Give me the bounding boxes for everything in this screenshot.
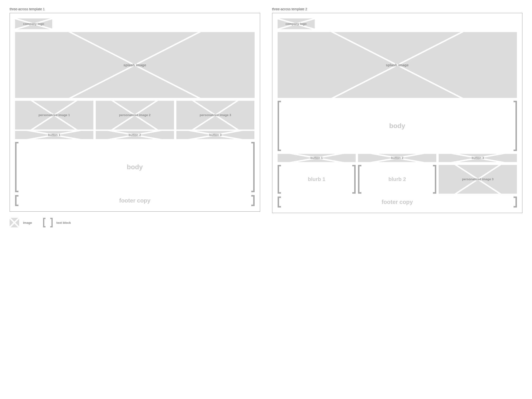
legend-image-label: image bbox=[23, 221, 32, 224]
legend: image text block bbox=[10, 218, 522, 227]
blurb-2-label: blurb 2 bbox=[388, 176, 406, 182]
personalized-image-3-t2: personalized image 3 bbox=[439, 165, 517, 194]
buttons-row-2: button 1 button 2 button 3 bbox=[278, 154, 517, 162]
footer-label: footer copy bbox=[119, 197, 151, 204]
personalized-image-1: personalized image 1 bbox=[15, 101, 93, 129]
blurb-row: blurb 1 blurb 2 personalized image 3 bbox=[278, 165, 517, 194]
company-logo-label: company logo bbox=[23, 22, 44, 26]
button-2-t2[interactable]: button 2 bbox=[358, 154, 436, 162]
button-3[interactable]: button 3 bbox=[176, 131, 255, 139]
splash-image-placeholder-2: splash image bbox=[278, 32, 517, 98]
button-3-label-t2: button 3 bbox=[472, 156, 484, 160]
blurb-1: blurb 1 bbox=[278, 165, 356, 194]
button-3-t2[interactable]: button 3 bbox=[439, 154, 517, 162]
footer-text-block-2: footer copy bbox=[278, 196, 517, 208]
button-1[interactable]: button 1 bbox=[15, 131, 93, 139]
personalized-image-3-label-t2: personalized image 3 bbox=[462, 177, 494, 181]
footer-text-block: footer copy bbox=[15, 195, 255, 206]
button-1-t2[interactable]: button 1 bbox=[278, 154, 356, 162]
body-label: body bbox=[127, 163, 143, 171]
legend-text-icon bbox=[43, 218, 53, 227]
buttons-row: button 1 button 2 button 3 bbox=[15, 131, 255, 139]
button-1-label-t2: button 1 bbox=[310, 156, 323, 160]
company-logo-label-2: company logo bbox=[285, 22, 307, 26]
footer-label-2: footer copy bbox=[381, 199, 413, 205]
template-2: company logo splash image body button 1 bbox=[272, 13, 523, 213]
template-1-title: three-across template 1 bbox=[10, 7, 260, 11]
personalized-image-3-label: personalized image 3 bbox=[200, 113, 231, 117]
template-2-wrap: three-across template 2 company logo spl… bbox=[272, 7, 523, 213]
template-1: company logo splash image personalized i… bbox=[10, 13, 260, 212]
template-2-title: three-across template 2 bbox=[272, 7, 523, 11]
personalized-images-row: personalized image 1 personalized image … bbox=[15, 101, 255, 129]
splash-image-label-2: splash image bbox=[386, 63, 409, 67]
blurb-2: blurb 2 bbox=[358, 165, 436, 194]
company-logo-placeholder-2: company logo bbox=[278, 19, 315, 29]
legend-image-icon bbox=[10, 218, 19, 227]
personalized-image-1-label: personalized image 1 bbox=[38, 113, 70, 117]
button-1-label: button 1 bbox=[48, 133, 60, 137]
button-2-label: button 2 bbox=[129, 133, 141, 137]
body-text-block: body bbox=[15, 142, 255, 192]
body-label-2: body bbox=[389, 122, 405, 130]
personalized-image-3: personalized image 3 bbox=[176, 101, 255, 129]
personalized-image-2: personalized image 2 bbox=[96, 101, 174, 129]
personalized-image-2-label: personalized image 2 bbox=[119, 113, 151, 117]
splash-image-label: splash image bbox=[123, 63, 146, 67]
splash-image-placeholder: splash image bbox=[15, 32, 255, 98]
legend-text-label: text block bbox=[57, 221, 71, 224]
blurb-1-label: blurb 1 bbox=[308, 176, 325, 182]
button-2[interactable]: button 2 bbox=[96, 131, 174, 139]
template-1-wrap: three-across template 1 company logo spl… bbox=[10, 7, 260, 213]
button-2-label-t2: button 2 bbox=[391, 156, 403, 160]
body-text-block-2: body bbox=[278, 101, 517, 151]
button-3-label: button 3 bbox=[209, 133, 221, 137]
company-logo-placeholder: company logo bbox=[15, 19, 52, 29]
